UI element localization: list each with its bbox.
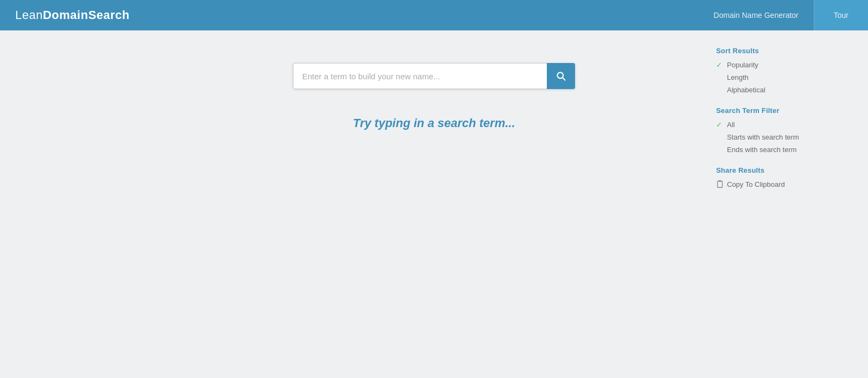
search-icon — [556, 71, 566, 81]
filter-starts-with[interactable]: Starts with search term — [716, 133, 835, 142]
logo: LeanDomainSearch — [15, 8, 130, 22]
check-icon: ✓ — [716, 61, 724, 69]
sort-length[interactable]: Length — [716, 73, 835, 82]
check-icon: ✓ — [716, 121, 724, 129]
clipboard-icon — [716, 180, 724, 188]
search-term-filter-section: Search Term Filter ✓ All Starts with sea… — [716, 106, 835, 154]
copy-to-clipboard-label: Copy To Clipboard — [727, 180, 785, 188]
logo-domain-search: DomainSearch — [43, 8, 130, 22]
domain-name-generator-link[interactable]: Domain Name Generator — [698, 0, 813, 30]
tour-link[interactable]: Tour — [814, 0, 868, 30]
share-results-section: Share Results Copy To Clipboard — [716, 166, 835, 188]
header: LeanDomainSearch Domain Name Generator T… — [0, 0, 868, 30]
sort-alphabetical[interactable]: Alphabetical — [716, 85, 835, 94]
share-results-title: Share Results — [716, 166, 835, 174]
filter-ends-with-label: Ends with search term — [727, 146, 797, 154]
search-button[interactable] — [547, 63, 575, 89]
copy-to-clipboard-button[interactable]: Copy To Clipboard — [716, 180, 835, 188]
sort-popularity[interactable]: ✓ Popularity — [716, 60, 835, 70]
sidebar: Sort Results ✓ Popularity Length Alphabe… — [716, 47, 835, 200]
filter-all[interactable]: ✓ All — [716, 120, 835, 129]
sort-popularity-label: Popularity — [727, 61, 758, 69]
header-nav: Domain Name Generator Tour — [698, 0, 868, 30]
logo-lean: Lean — [15, 8, 43, 22]
sort-alphabetical-label: Alphabetical — [727, 86, 765, 94]
search-bar — [293, 63, 575, 89]
svg-line-1 — [563, 78, 565, 80]
sort-results-title: Sort Results — [716, 47, 835, 55]
svg-rect-2 — [718, 181, 723, 188]
main-content: Try typing in a search term... Sort Resu… — [0, 30, 868, 378]
empty-state-message: Try typing in a search term... — [353, 116, 515, 130]
sort-results-section: Sort Results ✓ Popularity Length Alphabe… — [716, 47, 835, 94]
filter-starts-with-label: Starts with search term — [727, 133, 799, 141]
search-input[interactable] — [293, 63, 547, 89]
filter-ends-with[interactable]: Ends with search term — [716, 145, 835, 154]
filter-all-label: All — [727, 121, 735, 129]
svg-rect-3 — [718, 180, 721, 182]
sort-length-label: Length — [727, 73, 749, 81]
search-term-filter-title: Search Term Filter — [716, 106, 835, 115]
